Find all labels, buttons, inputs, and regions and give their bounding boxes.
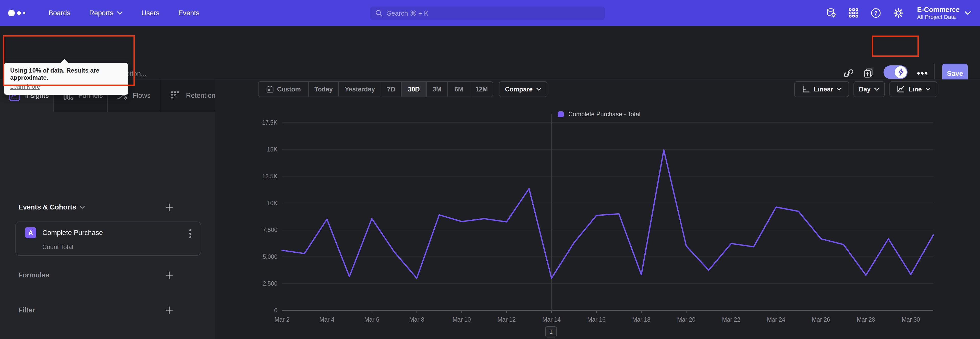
svg-text:10K: 10K	[267, 200, 278, 206]
event-metric[interactable]: Count Total	[42, 243, 73, 251]
svg-text:7,500: 7,500	[262, 227, 277, 233]
project-name: E-Commerce	[917, 6, 959, 14]
tab-label: Retention	[186, 92, 215, 100]
events-cohorts-label: Events & Cohorts	[18, 203, 76, 211]
primary-nav: Boards Reports Users Events	[48, 9, 199, 17]
settings-gear-icon[interactable]	[893, 8, 904, 18]
svg-text:12.5K: 12.5K	[262, 173, 278, 179]
chart-pane: CustomTodayYesterday7D30D3M6M12M Compare…	[216, 80, 980, 339]
chevron-down-icon	[117, 11, 123, 15]
svg-text:?: ?	[874, 10, 878, 16]
help-icon[interactable]: ?	[870, 8, 881, 18]
svg-text:17.5K: 17.5K	[262, 119, 278, 126]
project-scope: All Project Data	[917, 14, 959, 20]
svg-text:Mar 26: Mar 26	[812, 316, 830, 323]
event-options-icon[interactable]	[189, 228, 192, 239]
tab-label: Flows	[133, 92, 151, 100]
sampling-tooltip: Using 10% of data. Results are approxima…	[4, 63, 128, 95]
chevron-down-icon	[965, 11, 971, 15]
query-builder-sidebar: Insights Funnels Flows Retention Events …	[0, 80, 215, 339]
svg-text:Mar 20: Mar 20	[677, 316, 695, 323]
search-placeholder: Search ⌘ + K	[387, 10, 428, 18]
events-cohorts-toggle[interactable]: Events & Cohorts	[18, 203, 85, 211]
nav-item-label: Events	[178, 9, 200, 17]
svg-text:Mar 8: Mar 8	[409, 316, 425, 323]
nav-item-label: Users	[142, 9, 159, 17]
svg-text:0: 0	[274, 307, 277, 314]
nav-right-cluster: ? E-Commerce All Project Data	[826, 0, 971, 26]
logo-dot-large	[8, 10, 15, 16]
add-event-icon[interactable]	[165, 203, 173, 211]
nav-item-reports[interactable]: Reports	[89, 9, 123, 17]
nav-item-label: Boards	[48, 9, 70, 17]
nav-item-label: Reports	[89, 9, 114, 17]
svg-text:Mar 22: Mar 22	[722, 316, 740, 323]
svg-text:Mar 16: Mar 16	[587, 316, 606, 323]
more-options-icon[interactable]	[917, 72, 928, 76]
logo-dot-small	[23, 12, 25, 14]
svg-text:Mar 28: Mar 28	[857, 316, 875, 323]
svg-text:Mar 4: Mar 4	[320, 316, 334, 323]
svg-text:Mar 10: Mar 10	[452, 316, 471, 323]
logo-dot-medium	[17, 11, 21, 15]
retention-icon	[170, 90, 181, 101]
report-title-bar: Untitled Sampled + Add description... Sa…	[0, 26, 980, 80]
chevron-down-icon	[80, 206, 85, 209]
event-name: Complete Purchase	[42, 229, 103, 237]
sampling-toggle[interactable]	[883, 66, 907, 79]
add-to-board-icon[interactable]	[863, 68, 873, 80]
pagination-page-1[interactable]: 1	[545, 326, 557, 337]
project-selector[interactable]: E-Commerce All Project Data	[915, 6, 971, 20]
lightning-bolt-icon	[897, 69, 904, 76]
section-label: Filter	[18, 306, 35, 314]
line-chart[interactable]: 02,5005,0007,50010K12.5K15K17.5KMar 2Mar…	[216, 80, 980, 339]
section-formulas: Formulas	[18, 270, 197, 281]
events-cohorts-header: Events & Cohorts	[18, 201, 197, 213]
nav-item-events[interactable]: Events	[178, 9, 200, 17]
nav-item-boards[interactable]: Boards	[48, 9, 70, 17]
event-letter-badge: A	[25, 227, 36, 238]
svg-text:Mar 30: Mar 30	[902, 316, 920, 323]
data-management-icon[interactable]	[826, 7, 837, 19]
top-nav: Boards Reports Users Events Search ⌘ + K…	[0, 0, 980, 26]
search-input[interactable]: Search ⌘ + K	[370, 6, 605, 20]
share-link-icon[interactable]	[843, 69, 853, 80]
svg-text:Mar 18: Mar 18	[632, 316, 651, 323]
svg-text:2,500: 2,500	[262, 280, 277, 287]
svg-text:15K: 15K	[267, 146, 278, 153]
svg-text:Mar 14: Mar 14	[542, 316, 561, 323]
svg-text:Mar 6: Mar 6	[364, 316, 380, 323]
mixpanel-logo[interactable]	[8, 10, 36, 16]
svg-text:Mar 24: Mar 24	[767, 316, 785, 323]
learn-more-link[interactable]: Learn More	[10, 83, 40, 90]
tooltip-text: Using 10% of data. Results are approxima…	[10, 67, 122, 81]
event-main-row: A Complete Purchase	[25, 227, 103, 238]
app-root: Boards Reports Users Events Search ⌘ + K…	[0, 0, 980, 339]
nav-item-users[interactable]: Users	[142, 9, 159, 17]
section-label: Formulas	[18, 271, 49, 279]
add-filter-icon[interactable]	[165, 306, 173, 315]
search-icon	[375, 10, 383, 17]
svg-text:Mar 12: Mar 12	[497, 316, 516, 323]
apps-grid-icon[interactable]	[849, 8, 859, 18]
add-formula-icon[interactable]	[165, 271, 173, 280]
event-row-complete-purchase[interactable]: A Complete Purchase Count Total	[15, 221, 201, 256]
section-filter: Filter	[18, 304, 197, 316]
project-info: E-Commerce All Project Data	[917, 6, 959, 20]
svg-text:Mar 2: Mar 2	[275, 316, 290, 323]
toggle-knob	[895, 66, 907, 78]
tab-retention[interactable]: Retention	[161, 80, 215, 112]
svg-text:5,000: 5,000	[262, 253, 277, 260]
